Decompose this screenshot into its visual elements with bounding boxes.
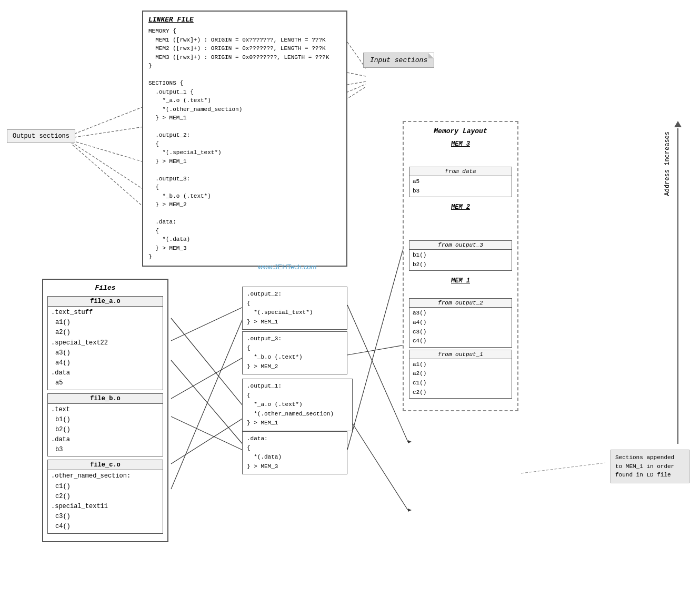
file-a-section3-name: .data	[51, 368, 159, 378]
mem2-title: MEM_2	[409, 204, 512, 211]
file-b-section: file_b.o .text b1()b2() .data b3	[47, 393, 163, 457]
mem1-output2-label: from output_2	[409, 299, 512, 308]
file-a-section: file_a.o .text_stuff a1()a2() .special_t…	[47, 296, 163, 390]
input-sections-label: Input sections	[363, 53, 434, 68]
file-a-name: file_a.o	[48, 297, 163, 307]
file-a-section2-name: .special_text22	[51, 338, 159, 348]
mem1-output2-box: from output_2 a3()a4()c3()c4()	[409, 298, 512, 347]
middle-data-box: .data: { *(.data) } > MEM_3	[242, 431, 347, 474]
files-title: Files	[47, 284, 163, 292]
file-a-section1-name: .text_stuff	[51, 308, 159, 318]
file-c-name: file_c.o	[48, 460, 163, 470]
svg-line-15	[171, 415, 247, 464]
svg-line-11	[171, 305, 247, 341]
file-b-name: file_b.o	[48, 394, 163, 404]
svg-line-7	[71, 140, 147, 163]
svg-line-5	[71, 105, 147, 135]
files-box: Files file_a.o .text_stuff a1()a2() .spe…	[42, 279, 168, 542]
memory-layout-box: Memory Layout MEM_3 from data a5b3 MEM_2…	[403, 121, 518, 411]
svg-line-6	[71, 126, 147, 138]
mem3-title: MEM_3	[409, 140, 512, 148]
svg-marker-20	[408, 509, 412, 512]
mem1-region: MEM_1 from output_2 a3()a4()c3()c4() fro…	[409, 277, 512, 399]
file-a-section1-symbols: a1()a2()	[51, 318, 159, 338]
mem3-region: MEM_3 from data a5b3	[409, 140, 512, 197]
linker-file-title: LINKER FILE	[148, 16, 341, 24]
address-arrow-head	[674, 121, 682, 127]
memory-layout-title: Memory Layout	[409, 127, 512, 135]
watermark: www.JEHTech.com	[258, 263, 316, 271]
svg-marker-22	[408, 440, 412, 443]
middle-data-content: .data: { *(.data) } > MEM_3	[247, 434, 343, 471]
svg-line-14	[171, 417, 247, 452]
mem2-region: MEM_2 from output_3 b1()b2()	[409, 204, 512, 271]
file-c-section2-symbols: c3()c4()	[51, 512, 159, 532]
svg-line-21	[347, 305, 408, 442]
mem1-output1-data: a1()a2()c1()c2()	[409, 359, 512, 398]
middle-output3-content: .output_3: { *_b.o (.text*) } > MEM_2	[247, 334, 343, 371]
output-sections-label: Output sections	[7, 129, 75, 143]
svg-line-17	[347, 344, 408, 355]
mem2-label: from output_3	[409, 241, 512, 250]
address-arrow	[674, 121, 682, 444]
mem1-title: MEM_1	[409, 277, 512, 285]
svg-line-25	[521, 463, 605, 473]
middle-output1-content: .output_1: { *_a.o (.text*) *(.other_nam…	[247, 382, 348, 428]
svg-line-16	[171, 308, 247, 489]
mem3-label: from data	[409, 167, 512, 176]
file-c-section: file_c.o .other_named_section: c1()c2() …	[47, 460, 163, 533]
linker-file-content: MEMORY { MEM1 ([rwx]+) : ORIGIN = 0x????…	[148, 27, 341, 261]
mem3-data: a5b3	[409, 176, 512, 197]
svg-line-19	[347, 415, 408, 510]
svg-line-10	[171, 318, 247, 411]
file-c-section1-symbols: c1()c2()	[51, 482, 159, 502]
diagram-container: LINKER FILE MEMORY { MEM1 ([rwx]+) : ORI…	[0, 0, 700, 589]
file-b-section2-symbols: b3	[51, 445, 159, 455]
file-c-section1-name: .other_named_section:	[51, 471, 159, 481]
mem2-data: b1()b2()	[409, 250, 512, 270]
mem1-output1-box: from output_1 a1()a2()c1()c2()	[409, 350, 512, 399]
middle-output2-content: .output_2: { *(.special_text*) } > MEM_1	[247, 290, 343, 327]
mem2-content-box: from output_3 b1()b2()	[409, 240, 512, 271]
mem1-output2-data: a3()a4()c3()c4()	[409, 308, 512, 347]
file-b-section2-name: .data	[51, 435, 159, 445]
svg-line-8	[71, 142, 147, 192]
file-c-section2-name: .special_text11	[51, 502, 159, 512]
sections-note: Sections appended to MEM_1 in order foun…	[611, 450, 689, 483]
linker-file-box: LINKER FILE MEMORY { MEM1 ([rwx]+) : ORI…	[142, 11, 347, 267]
middle-output2-box: .output_2: { *(.special_text*) } > MEM_1	[242, 287, 347, 330]
mem1-output1-label: from output_1	[409, 350, 512, 359]
file-a-section2-symbols: a3()a4()	[51, 348, 159, 368]
file-b-section1-symbols: b1()b2()	[51, 415, 159, 435]
middle-output1-box: .output_1: { *_a.o (.text*) *(.other_nam…	[242, 379, 353, 431]
middle-output3-box: .output_3: { *_b.o (.text*) } > MEM_2	[242, 331, 347, 374]
address-increases-text: Address increases	[664, 131, 671, 196]
svg-line-23	[347, 231, 408, 450]
file-a-section3-symbols: a5	[51, 378, 159, 388]
svg-line-12	[171, 360, 247, 450]
mem3-content-box: from data a5b3	[409, 167, 512, 197]
address-arrow-line	[677, 128, 678, 444]
file-b-section1-name: .text	[51, 405, 159, 415]
svg-line-9	[71, 144, 147, 210]
svg-line-13	[171, 355, 247, 399]
